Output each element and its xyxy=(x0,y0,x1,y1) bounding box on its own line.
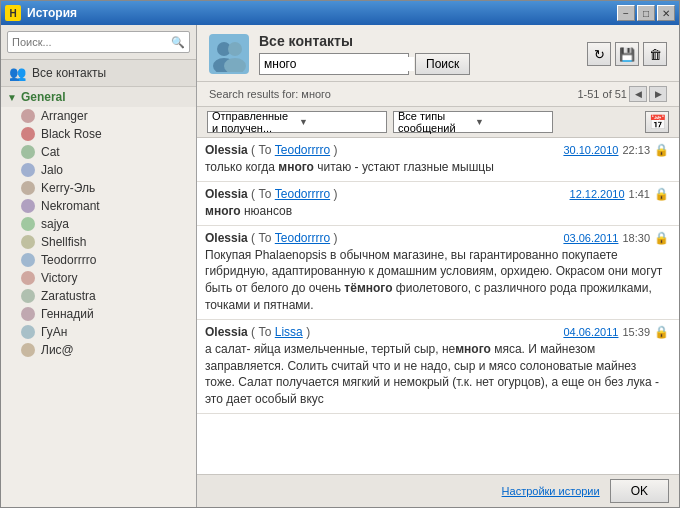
search-row: ✕ Поиск xyxy=(259,53,577,75)
contact-item-kerryel[interactable]: Kerry-Эль xyxy=(1,179,196,197)
message-right-3: 03.06.2011 18:30 🔒 xyxy=(563,231,669,245)
calendar-button[interactable]: 📅 xyxy=(645,111,669,133)
group-header-general[interactable]: ▼ General xyxy=(1,87,196,107)
contact-avatar-shellfish xyxy=(21,235,35,249)
save-button[interactable]: 💾 xyxy=(615,42,639,66)
message-sender-4: Olessia ( То Lissa ) xyxy=(205,325,310,339)
results-count: 1-51 of 51 xyxy=(577,88,627,100)
right-panel-title: Все контакты xyxy=(259,33,577,49)
recipient-link-2[interactable]: Teodorrrro xyxy=(275,187,330,201)
filter-message-type-label: Все типы сообщений xyxy=(398,110,471,134)
highlight-3: тёмного xyxy=(344,281,392,295)
message-body-4: а салат- яйца измельченные, тертый сыр, … xyxy=(205,341,669,408)
contact-item-cat[interactable]: Cat xyxy=(1,143,196,161)
contact-item-gennadiy[interactable]: Геннадий xyxy=(1,305,196,323)
contact-item-nekromant[interactable]: Nekromant xyxy=(1,197,196,215)
message-body-1: только когда много читаю - устают глазны… xyxy=(205,159,669,176)
prev-page-button[interactable]: ◀ xyxy=(629,86,647,102)
search-box: 🔍 xyxy=(7,31,190,53)
search-input-container: ✕ xyxy=(259,53,409,75)
contact-name-kerryel: Kerry-Эль xyxy=(41,181,95,195)
contact-avatar-kerryel xyxy=(21,181,35,195)
contact-item-zaratustra[interactable]: Zaratustra xyxy=(1,287,196,305)
ok-button[interactable]: OK xyxy=(610,479,669,503)
contact-item-arranger[interactable]: Arranger xyxy=(1,107,196,125)
next-page-button[interactable]: ▶ xyxy=(649,86,667,102)
results-info-text: Search results for: много xyxy=(209,88,331,100)
contact-name-zaratustra: Zaratustra xyxy=(41,289,96,303)
contact-avatar-nekromant xyxy=(21,199,35,213)
highlight-2: много xyxy=(205,204,241,218)
contact-item-teodorrrro[interactable]: Teodorrrro xyxy=(1,251,196,269)
message-date-2[interactable]: 12.12.2010 xyxy=(570,188,625,200)
message-date-4[interactable]: 04.06.2011 xyxy=(563,326,618,338)
filter-dropdown-arrow-1: ▼ xyxy=(299,117,382,127)
message-direction-filter[interactable]: Отправленные и получен... ▼ xyxy=(207,111,387,133)
contact-name-lis: Лис@ xyxy=(41,343,74,357)
contact-item-shellfish[interactable]: Shellfish xyxy=(1,233,196,251)
message-header-1: Olessia ( То Teodorrrro ) 30.10.2010 22:… xyxy=(205,143,669,157)
contact-item-lis[interactable]: Лис@ xyxy=(1,341,196,359)
contact-avatar-zaratustra xyxy=(21,289,35,303)
main-search-input[interactable] xyxy=(264,57,414,71)
right-panel: Все контакты ✕ Поиск ↻ 💾 🗑 xyxy=(197,25,679,507)
messages-area: Olessia ( То Teodorrrro ) 30.10.2010 22:… xyxy=(197,138,679,474)
contact-avatar-gennadiy xyxy=(21,307,35,321)
svg-point-2 xyxy=(228,42,242,56)
all-contacts-item[interactable]: 👥 Все контакты xyxy=(1,60,196,87)
contact-item-blackrose[interactable]: Black Rose xyxy=(1,125,196,143)
minimize-button[interactable]: − xyxy=(617,5,635,21)
contact-name-guan: ГуАн xyxy=(41,325,67,339)
bottom-area: Настройки истории OK xyxy=(197,474,679,507)
contact-item-victory[interactable]: Victory xyxy=(1,269,196,287)
contact-name-shellfish: Shellfish xyxy=(41,235,86,249)
contact-item-jalo[interactable]: Jalo xyxy=(1,161,196,179)
main-area: 🔍 👥 Все контакты ▼ General Arranger xyxy=(1,25,679,507)
message-date-1[interactable]: 30.10.2010 xyxy=(563,144,618,156)
contact-item-guan[interactable]: ГуАн xyxy=(1,323,196,341)
right-header: Все контакты ✕ Поиск ↻ 💾 🗑 xyxy=(197,25,679,82)
lock-icon-4: 🔒 xyxy=(654,325,669,339)
search-box-container: 🔍 xyxy=(1,25,196,60)
settings-link[interactable]: Настройки истории xyxy=(207,485,600,497)
close-button[interactable]: ✕ xyxy=(657,5,675,21)
message-item-3: Olessia ( То Teodorrrro ) 03.06.2011 18:… xyxy=(197,226,679,320)
delete-button[interactable]: 🗑 xyxy=(643,42,667,66)
refresh-button[interactable]: ↻ xyxy=(587,42,611,66)
window-title: История xyxy=(27,6,617,20)
restore-button[interactable]: □ xyxy=(637,5,655,21)
message-header-4: Olessia ( То Lissa ) 04.06.2011 15:39 🔒 xyxy=(205,325,669,339)
recipient-link-4[interactable]: Lissa xyxy=(275,325,303,339)
message-time-3: 18:30 xyxy=(622,232,650,244)
contact-name-nekromant: Nekromant xyxy=(41,199,100,213)
contact-name-arranger: Arranger xyxy=(41,109,88,123)
recipient-link-3[interactable]: Teodorrrro xyxy=(275,231,330,245)
contact-avatar-lis xyxy=(21,343,35,357)
contact-name-blackrose: Black Rose xyxy=(41,127,102,141)
window: H История − □ ✕ 🔍 👥 Все контакты xyxy=(0,0,680,508)
filters-row: Отправленные и получен... ▼ Все типы соо… xyxy=(197,107,679,138)
right-header-actions: ↻ 💾 🗑 xyxy=(587,42,667,66)
lock-icon-1: 🔒 xyxy=(654,143,669,157)
message-item-4: Olessia ( То Lissa ) 04.06.2011 15:39 🔒 … xyxy=(197,320,679,414)
right-header-content: Все контакты ✕ Поиск xyxy=(259,33,577,75)
contact-name-sajya: sajya xyxy=(41,217,69,231)
message-body-2: много нюансов xyxy=(205,203,669,220)
contacts-avatar xyxy=(209,34,249,74)
message-sender-2: Olessia ( То Teodorrrro ) xyxy=(205,187,337,201)
recipient-link-1[interactable]: Teodorrrro xyxy=(275,143,330,157)
results-navigation: 1-51 of 51 ◀ ▶ xyxy=(577,86,667,102)
titlebar: H История − □ ✕ xyxy=(1,1,679,25)
contact-avatar-jalo xyxy=(21,163,35,177)
search-input[interactable] xyxy=(12,36,171,48)
search-button[interactable]: Поиск xyxy=(415,53,470,75)
message-date-3[interactable]: 03.06.2011 xyxy=(563,232,618,244)
message-header-3: Olessia ( То Teodorrrro ) 03.06.2011 18:… xyxy=(205,231,669,245)
contact-item-sajya[interactable]: sajya xyxy=(1,215,196,233)
message-item-1: Olessia ( То Teodorrrro ) 30.10.2010 22:… xyxy=(197,138,679,182)
all-contacts-icon: 👥 xyxy=(9,65,26,81)
contact-avatar-guan xyxy=(21,325,35,339)
results-info: Search results for: много 1-51 of 51 ◀ ▶ xyxy=(197,82,679,107)
message-type-filter[interactable]: Все типы сообщений ▼ xyxy=(393,111,553,133)
lock-icon-2: 🔒 xyxy=(654,187,669,201)
